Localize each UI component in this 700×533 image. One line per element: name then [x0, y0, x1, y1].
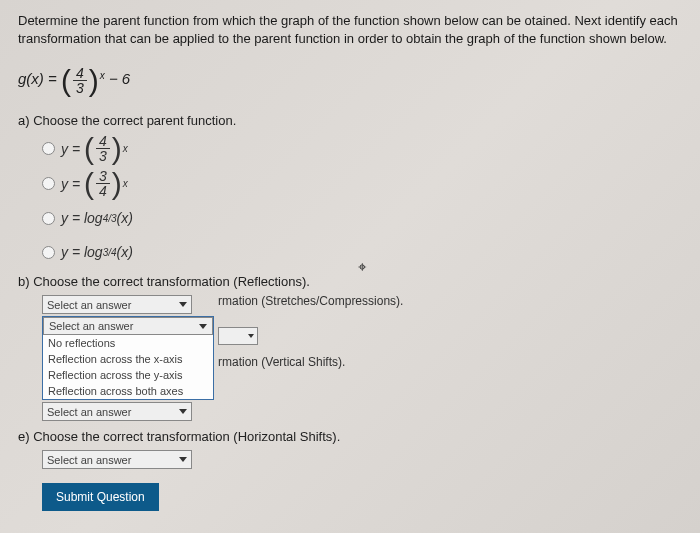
option-text: y = log4/3(x): [61, 210, 133, 226]
part-c-select[interactable]: [218, 327, 258, 345]
right-paren: ): [89, 69, 99, 93]
part-b-select[interactable]: Select an answer: [42, 295, 192, 314]
option-2[interactable]: y = ( 3 4 ) x: [42, 169, 682, 198]
part-e-label: e) Choose the correct transformation (Ho…: [18, 429, 682, 444]
dropdown-item[interactable]: No reflections: [43, 335, 213, 351]
left-paren: (: [61, 69, 71, 93]
option-4[interactable]: y = log3/4(x): [42, 238, 682, 266]
option-text: y = ( 4 3 ) x: [61, 134, 128, 163]
radio-icon[interactable]: [42, 212, 55, 225]
exponent: x: [100, 70, 105, 81]
part-c-text: rmation (Stretches/Compressions).: [218, 294, 403, 308]
radio-icon[interactable]: [42, 142, 55, 155]
dropdown-item[interactable]: Reflection across the y-axis: [43, 367, 213, 383]
dropdown-item[interactable]: Reflection across the x-axis: [43, 351, 213, 367]
given-equation: g(x) = ( 4 3 ) x − 6: [18, 66, 682, 95]
option-1[interactable]: y = ( 4 3 ) x: [42, 134, 682, 163]
part-a-label: a) Choose the correct parent function.: [18, 113, 682, 128]
dropdown-header[interactable]: Select an answer: [43, 317, 213, 335]
part-d-select[interactable]: Select an answer: [42, 402, 192, 421]
option-text: y = log3/4(x): [61, 244, 133, 260]
part-e-select[interactable]: Select an answer: [42, 450, 192, 469]
part-a-options: y = ( 4 3 ) x y = ( 3 4 ) x: [42, 134, 682, 266]
part-c-row: rmation (Stretches/Compressions).: [218, 294, 403, 308]
eq-lhs: g(x) =: [18, 71, 57, 88]
part-d-text: rmation (Vertical Shifts).: [218, 355, 345, 369]
part-d-row: rmation (Vertical Shifts).: [218, 355, 403, 369]
part-b-dropdown[interactable]: Select an answer No reflections Reflecti…: [42, 316, 214, 400]
option-3[interactable]: y = log4/3(x): [42, 204, 682, 232]
radio-icon[interactable]: [42, 177, 55, 190]
submit-button[interactable]: Submit Question: [42, 483, 159, 511]
fraction: 4 3: [73, 66, 87, 95]
radio-icon[interactable]: [42, 246, 55, 259]
eq-tail: − 6: [109, 71, 130, 88]
option-text: y = ( 3 4 ) x: [61, 169, 128, 198]
part-b-label: b) Choose the correct transformation (Re…: [18, 274, 682, 289]
problem-instructions: Determine the parent function from which…: [18, 12, 682, 48]
dropdown-item[interactable]: Reflection across both axes: [43, 383, 213, 399]
